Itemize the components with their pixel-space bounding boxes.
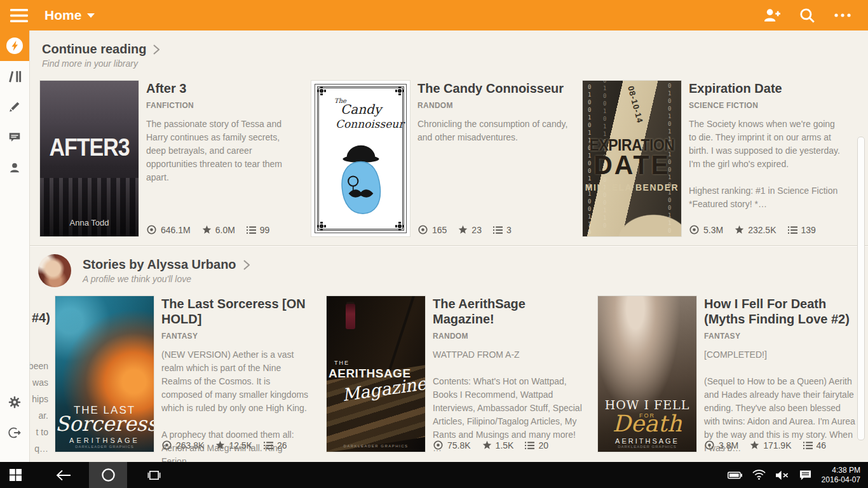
cover-decoration [40, 178, 139, 236]
main-content: Continue reading Find more in your libra… [29, 30, 868, 462]
list-icon [247, 226, 256, 234]
section-divider [29, 245, 868, 246]
sidebar [0, 30, 30, 462]
cover-text: DARKLEADER GRAPHICS [598, 445, 696, 449]
section-subtitle: A profile we think you'll love [83, 274, 250, 284]
votes-count: 12.5K [229, 440, 252, 451]
story-card[interactable]: 0 1 0 0 1 0 1 1 0 1 0 0 1 0 1 0 0 1 1 00… [583, 81, 854, 236]
section-profile-header[interactable]: Stories by Alyssa Urbano A profile we th… [38, 254, 250, 287]
sidebar-item-profile[interactable] [0, 152, 29, 183]
votes-count: 6.0M [215, 225, 235, 235]
story-category: SCIENCE FICTION [689, 101, 840, 110]
story-description: [COMPLETED!] (Sequel to How to be a Quee… [704, 348, 855, 455]
story-meta: After 3 FANFICTION The passionate story … [146, 81, 297, 236]
cover-text: THE [334, 360, 349, 366]
star-icon [202, 225, 212, 234]
story-category: FANTASY [704, 332, 855, 341]
settings-button[interactable] [0, 387, 29, 417]
parts-count: 26 [277, 440, 287, 451]
scrollbar-thumb[interactable] [857, 137, 865, 440]
partial-description-line: hips [29, 391, 48, 407]
partial-description-line: t to [29, 424, 48, 440]
hamburger-icon [10, 9, 28, 22]
wifi-button[interactable] [752, 470, 766, 480]
parts-count: 20 [538, 440, 548, 451]
votes-count: 23 [471, 225, 482, 235]
task-view-icon [147, 470, 161, 481]
write-icon [8, 100, 22, 114]
cover-text: MIKAELA BENDER [583, 182, 681, 193]
battery-icon [728, 471, 742, 479]
story-card[interactable]: HOW I FELLFORDeathAERITHSAGEDARKLEADER G… [598, 296, 868, 452]
sidebar-item-messages[interactable] [0, 122, 29, 152]
start-button[interactable] [0, 462, 31, 488]
volume-button[interactable] [776, 470, 789, 480]
story-category: RANDOM [417, 101, 569, 110]
star-icon [735, 225, 744, 234]
cortana-button[interactable] [89, 462, 127, 488]
hamburger-button[interactable] [6, 3, 32, 28]
search-icon [799, 7, 815, 24]
story-cover: AFTER3Anna Todd [40, 81, 139, 236]
sidebar-item-write[interactable] [0, 92, 29, 122]
reads-stat: 646.1M [146, 224, 191, 235]
battery-button[interactable] [728, 471, 742, 479]
story-cover: 0 1 0 0 1 0 1 1 0 1 0 0 1 0 1 0 0 1 1 00… [583, 81, 681, 236]
add-user-button[interactable] [757, 1, 785, 29]
story-cover: THEAERITHSAGEMagazineDARKLEADER GRAPHICS [327, 296, 425, 452]
parts-stat: 26 [264, 440, 287, 451]
cover-text: AFTER3 [40, 134, 139, 162]
cover-text: 08-10-14 [626, 85, 645, 125]
story-card[interactable]: AFTER3Anna Todd After 3 FANFICTION The p… [40, 81, 311, 236]
overflow-menu-button[interactable] [829, 1, 857, 29]
story-card[interactable]: THEAERITHSAGEMagazineDARKLEADER GRAPHICS… [327, 296, 598, 452]
clock[interactable]: 4:38 PM 2016-04-07 [822, 466, 860, 485]
task-view-button[interactable] [139, 462, 169, 488]
clock-date: 2016-04-07 [822, 475, 860, 485]
section-continue-reading-header[interactable]: Continue reading Find more in your libra… [42, 42, 159, 69]
story-description: WATTPAD FROM A-Z Contents: What's Hot on… [433, 348, 584, 455]
cover-text: DATE [583, 151, 681, 181]
eye-icon [146, 224, 157, 235]
reads-count: 263.8K [176, 440, 204, 451]
cover-decoration [316, 221, 327, 231]
volume-muted-icon [776, 470, 789, 480]
story-title: The AerithSage Magazine! [433, 296, 584, 327]
sidebar-item-library[interactable] [0, 61, 29, 92]
sidebar-item-discover[interactable] [0, 30, 29, 61]
story-category: FANFICTION [146, 101, 297, 110]
cover-text: AERITHSAGE [55, 437, 154, 444]
story-card[interactable]: TheCandyConnoisseur The Candy Connoisseu… [311, 81, 583, 236]
reads-count: 75.8K [447, 440, 471, 451]
action-center-button[interactable] [799, 470, 811, 481]
system-tray: 4:38 PM 2016-04-07 [728, 466, 868, 485]
star-icon [482, 440, 492, 450]
list-icon [525, 441, 534, 450]
story-title: How I Fell For Death (Myths Finding Love… [704, 296, 855, 327]
star-icon [215, 440, 225, 450]
partial-description-line: q… [29, 440, 48, 457]
windows-start-icon [10, 469, 22, 481]
story-card[interactable]: THE LASTSorceressAERITHSAGEDARKLEADER GR… [55, 296, 327, 452]
back-button[interactable] [48, 462, 79, 488]
story-stats: 3.8M 171.9K 46 [704, 440, 826, 451]
search-button[interactable] [793, 1, 821, 29]
parts-stat: 20 [525, 440, 548, 451]
eye-icon [704, 440, 715, 451]
reads-stat: 3.8M [704, 440, 738, 451]
story-description: Chronicling the consumption of candy, an… [417, 118, 569, 144]
avatar[interactable] [38, 254, 71, 287]
parts-count: 139 [801, 225, 816, 235]
continue-reading-carousel: AFTER3Anna Todd After 3 FANFICTION The p… [40, 81, 854, 236]
cover-text: Candy [341, 102, 381, 117]
sign-out-button[interactable] [0, 417, 29, 448]
cover-text: DARKLEADER GRAPHICS [55, 445, 154, 449]
page-title-dropdown[interactable]: Home [44, 8, 95, 23]
story-meta: Expiration Date SCIENCE FICTION The Soci… [689, 81, 840, 236]
cover-decoration [316, 86, 327, 96]
story-description: The passionate story of Tessa and Harry … [146, 118, 297, 184]
cover-text: DARKLEADER GRAPHICS [327, 444, 425, 448]
story-description: The Society knows when we're going to di… [689, 118, 840, 211]
story-meta: The AerithSage Magazine! RANDOM WATTPAD … [433, 296, 584, 452]
story-cover: HOW I FELLFORDeathAERITHSAGEDARKLEADER G… [598, 296, 696, 452]
